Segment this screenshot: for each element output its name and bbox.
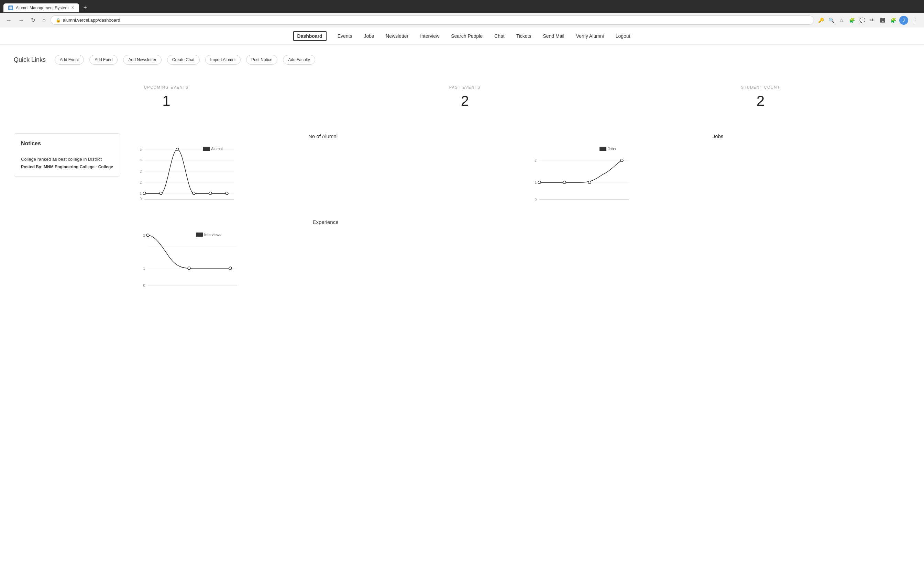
stat-item-upcoming-events: UPCOMING EVENTS 1: [144, 85, 189, 109]
stat-value: 2: [449, 93, 481, 109]
charts-row: Notices College ranked as best college i…: [14, 133, 910, 205]
extension-icon-1[interactable]: 🧩: [848, 16, 856, 24]
svg-text:0: 0: [535, 198, 536, 201]
browser-tabs: Alumni Management System ✕ +: [3, 3, 921, 13]
tab-title: Alumni Management System: [16, 5, 68, 10]
key-icon[interactable]: 🔑: [817, 16, 825, 24]
notices-spacer: [14, 219, 124, 291]
nav-item-logout[interactable]: Logout: [615, 32, 631, 40]
stat-label: UPCOMING EVENTS: [144, 85, 189, 89]
new-tab-button[interactable]: +: [81, 3, 90, 13]
svg-rect-19: [203, 147, 210, 151]
browser-toolbar: ← → ↻ ⌂ 🔒 alumni.vercel.app/dashboard 🔑 …: [0, 13, 924, 27]
stat-label: PAST EVENTS: [449, 85, 481, 89]
experience-chart-title: Experience: [134, 219, 517, 225]
browser-chrome: Alumni Management System ✕ +: [0, 0, 924, 13]
url-bar[interactable]: 🔒 alumni.vercel.app/dashboard: [50, 15, 814, 25]
stat-value: 2: [741, 93, 780, 109]
charts-bottom: Experience 2 1 0: [14, 219, 910, 291]
refresh-button[interactable]: ↻: [29, 15, 37, 25]
alumni-chart-title: No of Alumni: [131, 133, 515, 139]
search-icon[interactable]: 🔍: [827, 16, 835, 24]
notice-author: Posted By: MNM Engineering College - Col…: [21, 164, 113, 169]
svg-text:3: 3: [140, 170, 142, 173]
svg-point-29: [588, 181, 591, 184]
stat-item-past-events: PAST EVENTS 2: [449, 85, 481, 109]
svg-point-18: [226, 192, 228, 195]
notice-text: College ranked as best college in Distri…: [21, 156, 113, 162]
svg-text:0: 0: [143, 284, 145, 287]
jobs-chart-svg: 2 1 0 Jobs: [526, 143, 636, 205]
stat-item-student-count: STUDENT COUNT 2: [741, 85, 780, 109]
tab-close-icon[interactable]: ✕: [71, 5, 74, 10]
star-icon[interactable]: ☆: [837, 16, 846, 24]
nav-item-events[interactable]: Events: [337, 32, 353, 40]
chart-spacer: [527, 219, 910, 291]
svg-point-16: [192, 192, 195, 195]
extension-icon-4[interactable]: 🅴: [879, 16, 887, 24]
stat-value: 1: [144, 93, 189, 109]
chrome-menu-button[interactable]: ⋮: [910, 15, 920, 25]
quick-link-import-alumni[interactable]: Import Alumni: [205, 55, 241, 64]
extension-icon-3[interactable]: 👁: [868, 16, 877, 24]
main-content: Quick Links Add EventAdd FundAdd Newslet…: [0, 45, 924, 301]
svg-point-13: [143, 192, 146, 195]
extension-icon-2[interactable]: 💬: [858, 16, 866, 24]
nav-item-chat[interactable]: Chat: [494, 32, 505, 40]
svg-text:0: 0: [140, 197, 142, 201]
svg-point-28: [563, 181, 566, 184]
nav-item-jobs[interactable]: Jobs: [363, 32, 375, 40]
nav-item-newsletter[interactable]: Newsletter: [385, 32, 409, 40]
quick-links-section: Quick Links Add EventAdd FundAdd Newslet…: [14, 55, 910, 64]
svg-point-0: [9, 6, 12, 9]
quick-link-create-chat[interactable]: Create Chat: [167, 55, 200, 64]
svg-rect-31: [599, 147, 606, 151]
nav-item-send-mail[interactable]: Send Mail: [542, 32, 565, 40]
home-button[interactable]: ⌂: [40, 16, 48, 25]
tab-favicon: [8, 5, 13, 10]
alumni-chart-container: No of Alumni 5 4 3 2 1: [131, 133, 515, 205]
notice-item: College ranked as best college in Distri…: [21, 156, 113, 169]
nav-item-tickets[interactable]: Tickets: [515, 32, 532, 40]
notices-title: Notices: [21, 140, 113, 151]
quick-link-add-event[interactable]: Add Event: [55, 55, 84, 64]
app-container: DashboardEventsJobsNewsletterInterviewSe…: [0, 27, 924, 577]
svg-point-40: [188, 267, 191, 269]
svg-point-30: [620, 159, 623, 162]
main-nav: DashboardEventsJobsNewsletterInterviewSe…: [0, 27, 924, 45]
svg-point-14: [160, 192, 162, 195]
quick-link-add-newsletter[interactable]: Add Newsletter: [123, 55, 161, 64]
experience-chart-svg: 2 1 0 Interviews: [134, 228, 244, 290]
back-button[interactable]: ←: [4, 16, 14, 25]
nav-item-interview[interactable]: Interview: [419, 32, 440, 40]
extensions-button[interactable]: 🧩: [889, 16, 897, 24]
stats-row: UPCOMING EVENTS 1PAST EVENTS 2STUDENT CO…: [14, 78, 910, 116]
svg-text:1: 1: [535, 181, 536, 184]
svg-text:2: 2: [140, 181, 142, 184]
quick-link-post-notice[interactable]: Post Notice: [246, 55, 278, 64]
svg-text:Alumni: Alumni: [211, 147, 223, 151]
svg-text:5: 5: [140, 148, 142, 152]
svg-text:Interviews: Interviews: [204, 232, 221, 237]
url-text: alumni.vercel.app/dashboard: [63, 18, 120, 23]
quick-link-add-faculty[interactable]: Add Faculty: [283, 55, 315, 64]
jobs-chart-title: Jobs: [526, 133, 910, 139]
svg-text:1: 1: [140, 192, 142, 195]
svg-text:1: 1: [143, 266, 145, 270]
nav-item-search-people[interactable]: Search People: [450, 32, 483, 40]
quick-link-add-fund[interactable]: Add Fund: [89, 55, 118, 64]
jobs-chart-container: Jobs 2 1 0: [526, 133, 910, 205]
nav-item-verify-alumni[interactable]: Verify Alumni: [575, 32, 605, 40]
nav-item-dashboard[interactable]: Dashboard: [293, 31, 326, 41]
experience-chart-container: Experience 2 1 0: [134, 219, 517, 291]
svg-text:4: 4: [140, 159, 142, 163]
svg-text:2: 2: [535, 159, 536, 163]
active-tab[interactable]: Alumni Management System ✕: [3, 3, 79, 12]
svg-rect-42: [196, 232, 203, 237]
forward-button[interactable]: →: [16, 16, 26, 25]
user-avatar[interactable]: J: [899, 16, 908, 25]
svg-point-27: [538, 181, 541, 184]
svg-point-15: [176, 148, 179, 151]
svg-text:Jobs: Jobs: [608, 147, 616, 151]
lock-icon: 🔒: [56, 18, 61, 23]
